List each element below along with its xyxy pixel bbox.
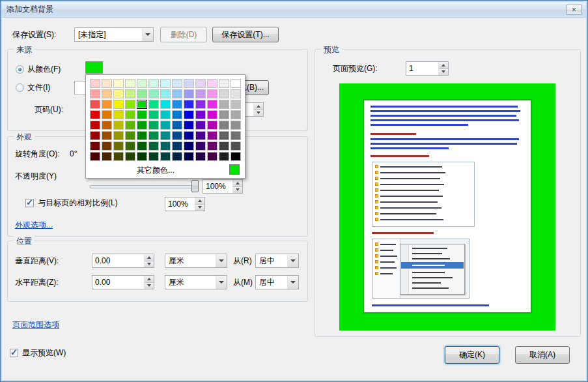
color-swatch[interactable] [102, 110, 112, 119]
relative-scale-value[interactable]: 100% [165, 198, 195, 211]
spin-down-button[interactable] [145, 261, 154, 268]
spin-down-button[interactable] [254, 110, 263, 117]
color-swatch[interactable] [137, 110, 147, 119]
color-swatch[interactable] [137, 141, 147, 151]
color-swatch[interactable] [184, 100, 194, 109]
color-swatch[interactable] [137, 89, 147, 98]
color-swatch[interactable] [219, 152, 229, 161]
close-button[interactable]: ✕ [566, 5, 582, 15]
color-swatch[interactable] [160, 79, 171, 88]
color-swatch[interactable] [184, 131, 194, 140]
color-swatch[interactable] [172, 121, 182, 130]
color-swatch[interactable] [102, 89, 112, 98]
color-swatch[interactable] [125, 100, 135, 109]
chevron-down-icon[interactable] [287, 276, 298, 289]
color-swatch[interactable] [231, 89, 241, 98]
opacity-slider-thumb[interactable] [191, 180, 199, 192]
color-swatch[interactable] [231, 141, 241, 151]
color-swatch[interactable] [148, 141, 159, 151]
color-swatch[interactable] [160, 131, 171, 140]
color-swatch[interactable] [207, 100, 217, 109]
color-swatch[interactable] [207, 121, 217, 130]
color-swatch[interactable] [195, 110, 206, 119]
color-swatch[interactable] [125, 79, 135, 88]
color-swatch[interactable] [231, 121, 241, 130]
color-swatch[interactable] [113, 79, 124, 88]
color-swatch[interactable] [125, 110, 135, 119]
titlebar[interactable]: 添加文档背景 ✕ [2, 2, 586, 18]
delete-button[interactable]: 删除(D) [160, 27, 207, 42]
color-swatch[interactable] [160, 89, 171, 98]
color-swatch[interactable] [113, 89, 124, 98]
opacity-value[interactable]: 100% [203, 180, 232, 193]
vertical-unit-combobox[interactable]: 厘米 [165, 254, 227, 268]
color-swatch[interactable] [184, 152, 194, 161]
vertical-distance-value[interactable]: 0.00 [92, 254, 144, 267]
color-swatch[interactable] [90, 89, 100, 98]
color-swatch[interactable] [125, 121, 135, 130]
color-swatch[interactable] [102, 79, 112, 88]
color-swatch[interactable] [160, 100, 171, 109]
appearance-options-link[interactable]: 外观选项... [15, 220, 53, 231]
color-swatch[interactable] [195, 152, 206, 161]
color-swatch[interactable] [184, 89, 194, 98]
spin-up-button[interactable] [233, 180, 242, 187]
color-swatch[interactable] [195, 89, 206, 98]
color-swatch[interactable] [113, 110, 124, 119]
spin-up-button[interactable] [145, 254, 154, 261]
other-colors-button[interactable]: 其它颜色... [86, 165, 225, 176]
color-swatch[interactable] [137, 79, 147, 88]
color-swatch[interactable] [148, 131, 159, 140]
color-swatch[interactable] [148, 79, 159, 88]
color-swatch[interactable] [195, 100, 206, 109]
color-swatch[interactable] [90, 110, 100, 119]
color-swatch[interactable] [231, 152, 241, 161]
opacity-slider-track[interactable] [90, 185, 199, 188]
color-swatch[interactable] [231, 100, 241, 109]
color-swatch[interactable] [90, 141, 100, 151]
color-swatch[interactable] [172, 152, 182, 161]
color-swatch[interactable] [207, 79, 217, 88]
spin-down-button[interactable] [233, 187, 242, 194]
color-swatch[interactable] [231, 79, 241, 88]
color-swatch[interactable] [125, 141, 135, 151]
color-swatch[interactable] [207, 89, 217, 98]
vertical-from-combobox[interactable]: 居中 [255, 254, 299, 268]
from-color-radio[interactable] [16, 65, 24, 74]
color-swatch[interactable] [148, 152, 159, 161]
color-swatch[interactable] [113, 121, 124, 130]
spin-down-button[interactable] [439, 69, 448, 76]
chevron-down-icon[interactable] [216, 254, 227, 267]
spin-up-button[interactable] [145, 276, 154, 283]
color-swatch[interactable] [160, 121, 171, 130]
chevron-down-icon[interactable] [216, 276, 227, 289]
chevron-down-icon[interactable] [287, 254, 298, 267]
settings-combobox[interactable]: [未指定] [74, 27, 154, 42]
spin-down-button[interactable] [195, 205, 204, 211]
save-settings-button[interactable]: 保存设置(T)... [212, 27, 279, 42]
color-swatch[interactable] [219, 100, 229, 109]
horizontal-unit-combobox[interactable]: 厘米 [165, 275, 227, 289]
color-swatch[interactable] [160, 141, 171, 151]
chevron-down-icon[interactable] [142, 28, 153, 41]
color-swatch[interactable] [113, 100, 124, 109]
color-swatch[interactable] [184, 121, 194, 130]
color-swatch[interactable] [172, 89, 182, 98]
color-swatch[interactable] [160, 152, 171, 161]
color-swatch[interactable] [195, 79, 206, 88]
color-swatch[interactable] [90, 121, 100, 130]
horizontal-distance-value[interactable]: 0.00 [92, 276, 144, 289]
spin-up-button[interactable] [439, 62, 448, 69]
color-swatch[interactable] [160, 110, 171, 119]
color-swatch[interactable] [172, 110, 182, 119]
color-swatch[interactable] [148, 110, 159, 119]
color-swatch[interactable] [125, 152, 135, 161]
color-swatch[interactable] [219, 141, 229, 151]
color-swatch[interactable] [125, 89, 135, 98]
page-preview-value[interactable]: 1 [406, 62, 438, 75]
color-swatch[interactable] [137, 100, 147, 109]
color-swatch[interactable] [219, 89, 229, 98]
color-swatch[interactable] [207, 131, 217, 140]
color-swatch[interactable] [90, 79, 100, 88]
color-swatch[interactable] [102, 121, 112, 130]
